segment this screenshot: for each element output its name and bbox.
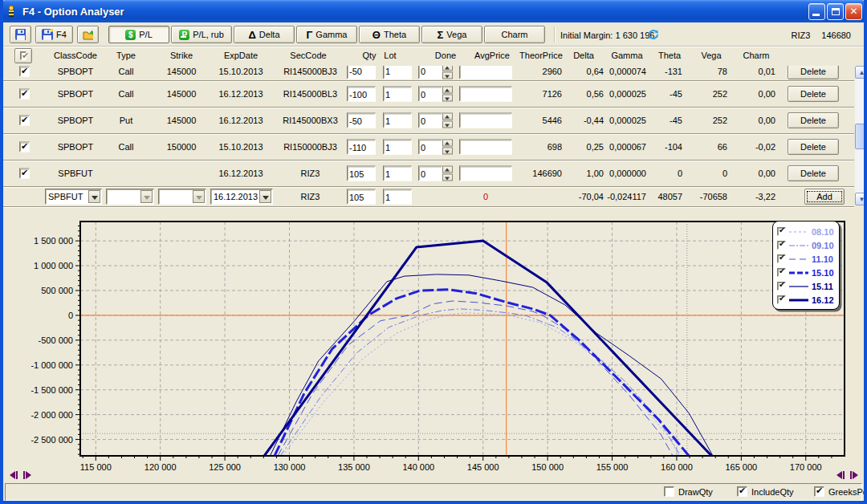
legend-line-sample bbox=[788, 230, 809, 234]
svg-text:120 000: 120 000 bbox=[144, 462, 177, 472]
qty-input[interactable] bbox=[347, 166, 376, 181]
pan-end-icon[interactable] bbox=[23, 471, 31, 479]
done-input[interactable] bbox=[418, 113, 442, 128]
select-all-button[interactable] bbox=[14, 48, 32, 63]
expdate-select[interactable]: 16.12.2013 bbox=[210, 189, 273, 205]
legend-label: 09.10 bbox=[812, 241, 834, 250]
done-spinner[interactable] bbox=[442, 66, 453, 79]
svg-text:-1 500 000: -1 500 000 bbox=[31, 385, 73, 395]
svg-text:155 000: 155 000 bbox=[596, 462, 629, 472]
legend-checkbox[interactable] bbox=[777, 295, 786, 304]
row-checkbox[interactable] bbox=[19, 89, 30, 100]
classcode-value: SPBOPT bbox=[43, 116, 108, 125]
greeksperone-checkbox[interactable] bbox=[814, 486, 824, 497]
legend-checkbox[interactable] bbox=[777, 241, 786, 250]
delete-button[interactable]: Delete bbox=[788, 66, 839, 79]
pl-rub-button[interactable]: P P/L, rub bbox=[171, 26, 232, 43]
save-f4-button[interactable]: F4 bbox=[35, 26, 73, 43]
drawqty-option[interactable]: DrawQty bbox=[664, 486, 713, 497]
row-checkbox[interactable] bbox=[19, 66, 30, 76]
includeqty-checkbox[interactable] bbox=[737, 486, 747, 497]
pan-start-icon[interactable] bbox=[10, 471, 18, 479]
done-spinner[interactable] bbox=[442, 140, 453, 155]
delete-button[interactable]: Delete bbox=[788, 165, 839, 181]
table-scrollbar[interactable]: ▲ ▼ bbox=[855, 66, 867, 205]
qty-input[interactable] bbox=[347, 87, 376, 102]
scroll-up-icon[interactable]: ▲ bbox=[855, 66, 867, 79]
lot-input[interactable] bbox=[383, 166, 412, 181]
sigma-icon: Σ bbox=[438, 29, 444, 41]
save-button[interactable] bbox=[10, 26, 31, 43]
greeksperone-option[interactable]: GreeksPerOne bbox=[814, 486, 867, 497]
done-input[interactable] bbox=[418, 87, 442, 102]
done-input[interactable] bbox=[418, 66, 442, 79]
classcode-select[interactable]: SPBFUT bbox=[45, 189, 102, 205]
expdate-value: 16.12.2013 bbox=[209, 116, 273, 125]
pl-button[interactable]: $ P/L bbox=[108, 26, 169, 43]
spin-down-icon bbox=[442, 95, 453, 102]
seccode-value: RI145000BJ3 bbox=[272, 67, 348, 76]
lot-input[interactable] bbox=[383, 87, 412, 102]
lot-input[interactable] bbox=[383, 140, 412, 155]
done-input[interactable] bbox=[418, 140, 442, 155]
qty-input[interactable] bbox=[347, 189, 376, 205]
delete-button[interactable]: Delete bbox=[788, 112, 839, 128]
svg-text:135 000: 135 000 bbox=[338, 462, 370, 472]
done-spinner[interactable] bbox=[442, 87, 453, 102]
done-input[interactable] bbox=[418, 166, 442, 181]
row-checkbox[interactable] bbox=[19, 142, 30, 152]
minimize-button[interactable] bbox=[808, 3, 825, 20]
row-checkbox[interactable] bbox=[19, 116, 30, 126]
refresh-icon[interactable] bbox=[647, 28, 660, 41]
done-spinner[interactable] bbox=[442, 166, 453, 181]
svg-text:-2 000 000: -2 000 000 bbox=[31, 410, 73, 420]
gamma-button[interactable]: Γ Gamma bbox=[296, 26, 357, 43]
scrollbar-thumb[interactable] bbox=[855, 124, 867, 149]
qty-input[interactable] bbox=[347, 66, 376, 79]
drawqty-checkbox[interactable] bbox=[664, 486, 674, 497]
theorprice-value: 7126 bbox=[485, 89, 562, 99]
delete-button[interactable]: Delete bbox=[788, 86, 839, 102]
maximize-button[interactable] bbox=[827, 3, 844, 20]
pan-end-icon[interactable] bbox=[850, 471, 858, 479]
legend-checkbox[interactable] bbox=[777, 254, 786, 263]
charm-button[interactable]: Charm bbox=[484, 26, 545, 43]
gamma-value: 0,000067 bbox=[605, 142, 646, 152]
close-button[interactable]: ✕ bbox=[845, 3, 862, 20]
strike-select[interactable] bbox=[158, 189, 206, 205]
avgprice-value: 0 bbox=[459, 192, 512, 201]
vega-button[interactable]: Σ Vega bbox=[421, 26, 482, 43]
initial-margin-label: Initial Margin: 1 630 196 bbox=[560, 30, 654, 40]
lot-input[interactable] bbox=[383, 66, 412, 79]
delta-button[interactable]: Δ Delta bbox=[234, 26, 295, 43]
add-button[interactable]: Add bbox=[804, 189, 845, 205]
row-checkbox[interactable] bbox=[19, 169, 30, 179]
chart-canvas[interactable]: 115 000120 000125 000130 000135 000140 0… bbox=[3, 207, 864, 483]
legend-line-sample bbox=[788, 284, 809, 289]
legend-checkbox[interactable] bbox=[777, 227, 786, 236]
vega-value: -70658 bbox=[686, 192, 727, 201]
lot-input[interactable] bbox=[383, 113, 412, 128]
last-price: 146680 bbox=[821, 30, 851, 40]
charm-value: 0,00 bbox=[730, 169, 775, 178]
qty-input[interactable] bbox=[347, 140, 376, 155]
type-select[interactable] bbox=[106, 189, 154, 205]
delete-button[interactable]: Delete bbox=[788, 139, 839, 155]
spin-down-icon bbox=[442, 71, 453, 79]
done-spinner[interactable] bbox=[442, 113, 453, 128]
legend-checkbox[interactable] bbox=[777, 282, 786, 291]
scroll-down-icon[interactable]: ▼ bbox=[855, 193, 867, 205]
delta-value: -0,44 bbox=[565, 116, 604, 125]
open-folder-button[interactable] bbox=[77, 26, 99, 43]
includeqty-option[interactable]: IncludeQty bbox=[737, 486, 794, 497]
pl-chart[interactable]: 115 000120 000125 000130 000135 000140 0… bbox=[3, 207, 864, 483]
delta-value: 0,64 bbox=[565, 67, 604, 76]
lot-input[interactable] bbox=[383, 189, 412, 205]
seccode-value: RI150000BJ3 bbox=[272, 142, 348, 152]
spin-up-icon bbox=[442, 166, 453, 173]
theta-button[interactable]: Θ Theta bbox=[359, 26, 420, 43]
qty-input[interactable] bbox=[347, 113, 376, 128]
legend-checkbox[interactable] bbox=[777, 268, 786, 277]
plot-area[interactable] bbox=[80, 222, 845, 456]
pan-start-icon[interactable] bbox=[836, 471, 845, 479]
